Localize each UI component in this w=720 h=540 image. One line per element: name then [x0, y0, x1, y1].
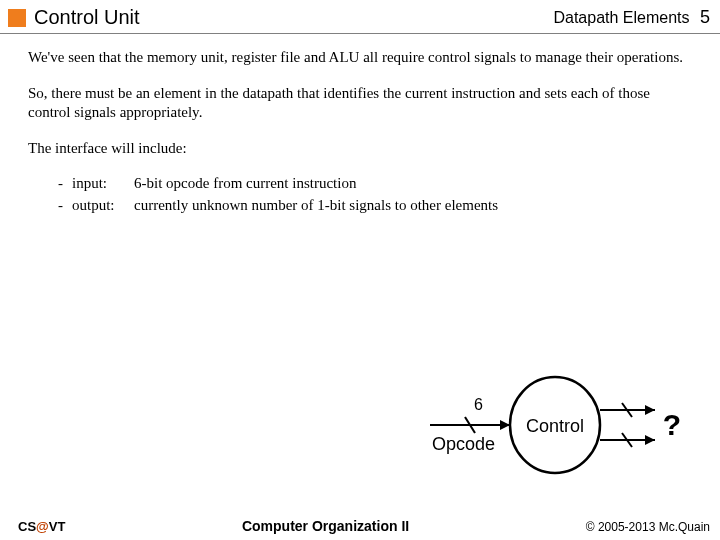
control-label: Control — [526, 416, 584, 436]
slide-body: We've seen that the memory unit, registe… — [0, 34, 720, 215]
footer-center: Computer Organization II — [65, 518, 585, 534]
paragraph-2: So, there must be an element in the data… — [28, 84, 696, 123]
slide-section: Datapath Elements 5 — [553, 7, 710, 28]
io-input-desc: 6-bit opcode from current instruction — [134, 174, 696, 194]
control-unit-diagram: 6 Opcode Control ? — [420, 370, 690, 480]
question-mark-icon: ? — [663, 408, 681, 441]
io-output-label: output: — [72, 196, 134, 216]
footer-left: CS@VT — [18, 519, 65, 534]
opcode-bits: 6 — [474, 396, 483, 413]
slide-title: Control Unit — [34, 6, 553, 29]
svg-marker-1 — [500, 420, 510, 430]
footer-copyright: © 2005-2013 Mc.Quain — [586, 520, 710, 534]
svg-marker-5 — [645, 405, 655, 415]
paragraph-1: We've seen that the memory unit, registe… — [28, 48, 696, 68]
opcode-label: Opcode — [432, 434, 495, 454]
slide-header: Control Unit Datapath Elements 5 — [0, 0, 720, 31]
io-output-desc: currently unknown number of 1-bit signal… — [134, 196, 696, 216]
slide-footer: CS@VT Computer Organization II © 2005-20… — [0, 518, 720, 534]
paragraph-3: The interface will include: — [28, 139, 696, 159]
page-number: 5 — [700, 7, 710, 27]
io-output-row: - output: currently unknown number of 1-… — [58, 196, 696, 216]
svg-marker-8 — [645, 435, 655, 445]
accent-square-icon — [8, 9, 26, 27]
io-list: - input: 6-bit opcode from current instr… — [58, 174, 696, 215]
io-input-label: input: — [72, 174, 134, 194]
io-input-row: - input: 6-bit opcode from current instr… — [58, 174, 696, 194]
